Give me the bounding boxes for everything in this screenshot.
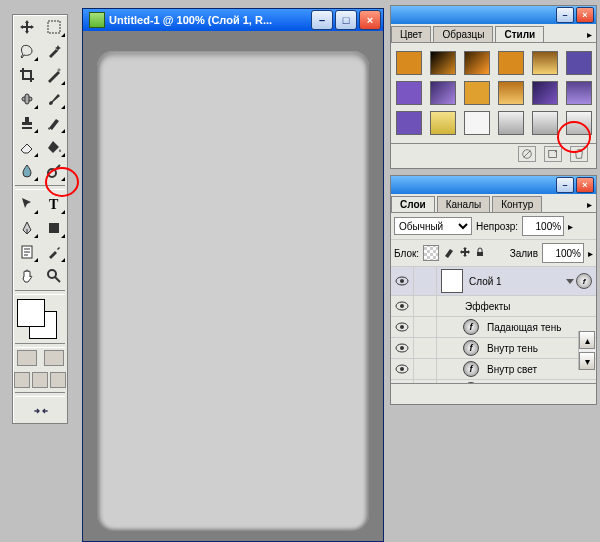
close-button[interactable]: × xyxy=(359,10,381,30)
slice-tool[interactable] xyxy=(40,63,67,87)
no-style-icon[interactable] xyxy=(518,146,536,162)
style-swatch[interactable] xyxy=(430,51,456,75)
style-swatch[interactable] xyxy=(396,51,422,75)
standard-mode-icon[interactable] xyxy=(17,350,37,366)
scroll-down-icon[interactable]: ▾ xyxy=(579,352,595,370)
foreground-color[interactable] xyxy=(17,299,45,327)
titlebar[interactable]: Untitled-1 @ 100% (Слой 1, R... – □ × xyxy=(83,9,383,31)
dodge-tool[interactable] xyxy=(40,159,67,183)
marquee-tool[interactable] xyxy=(40,15,67,39)
wand-tool[interactable] xyxy=(40,39,67,63)
panel-minimize-button[interactable]: – xyxy=(556,7,574,23)
style-swatch[interactable] xyxy=(464,51,490,75)
panel-menu-icon[interactable]: ▸ xyxy=(583,197,596,212)
new-group-icon[interactable] xyxy=(524,387,542,401)
shape-tool[interactable] xyxy=(40,216,67,240)
effect-row[interactable]: fВнутр свет xyxy=(391,359,596,380)
lock-all-icon[interactable] xyxy=(475,247,485,259)
style-swatch[interactable] xyxy=(464,81,490,105)
screen-mode-2-icon[interactable] xyxy=(32,372,48,388)
lock-position-icon[interactable] xyxy=(459,246,471,260)
opacity-input[interactable] xyxy=(522,216,564,236)
quickmask-mode-icon[interactable] xyxy=(44,350,64,366)
scrollbar[interactable]: ▴ ▾ xyxy=(578,331,595,370)
opacity-slider-icon[interactable]: ▸ xyxy=(568,221,573,232)
eraser-tool[interactable] xyxy=(13,135,40,159)
tab-swatches[interactable]: Образцы xyxy=(433,26,493,42)
style-swatch[interactable] xyxy=(464,111,490,135)
canvas-artwork[interactable] xyxy=(97,51,369,531)
effect-row[interactable]: fПадающая тень xyxy=(391,317,596,338)
fill-slider-icon[interactable]: ▸ xyxy=(588,248,593,259)
brush-tool[interactable] xyxy=(40,87,67,111)
style-swatch[interactable] xyxy=(532,81,558,105)
screen-mode-1-icon[interactable] xyxy=(14,372,30,388)
bucket-tool[interactable] xyxy=(40,135,67,159)
stamp-tool[interactable] xyxy=(13,111,40,135)
zoom-tool[interactable] xyxy=(40,264,67,288)
color-swatches[interactable] xyxy=(15,297,65,341)
style-swatch[interactable] xyxy=(566,81,592,105)
panel-menu-icon[interactable]: ▸ xyxy=(583,27,596,42)
fill-input[interactable] xyxy=(542,243,584,263)
style-swatch[interactable] xyxy=(396,111,422,135)
blur-tool[interactable] xyxy=(13,159,40,183)
panel-close-button[interactable]: × xyxy=(576,7,594,23)
style-swatch[interactable] xyxy=(498,51,524,75)
style-swatch[interactable] xyxy=(430,111,456,135)
history-brush-tool[interactable] xyxy=(40,111,67,135)
screen-mode-3-icon[interactable] xyxy=(50,372,66,388)
lasso-tool[interactable] xyxy=(13,39,40,63)
maximize-button[interactable]: □ xyxy=(335,10,357,30)
lock-pixels-icon[interactable] xyxy=(443,246,455,260)
tab-layers[interactable]: Слои xyxy=(391,196,435,212)
add-mask-icon[interactable] xyxy=(500,387,518,401)
panel-close-button[interactable]: × xyxy=(576,177,594,193)
new-layer-icon[interactable] xyxy=(548,387,566,401)
link-layers-icon[interactable] xyxy=(452,387,470,401)
layer-thumbnail[interactable] xyxy=(441,269,463,293)
pen-tool[interactable] xyxy=(13,216,40,240)
style-swatch[interactable] xyxy=(566,111,592,135)
link-cell[interactable] xyxy=(414,267,437,295)
notes-tool[interactable] xyxy=(13,240,40,264)
delete-layer-icon[interactable] xyxy=(572,387,590,401)
add-style-icon[interactable] xyxy=(476,387,494,401)
delete-style-icon[interactable] xyxy=(570,146,588,162)
move-tool[interactable] xyxy=(13,15,40,39)
scroll-up-icon[interactable]: ▴ xyxy=(579,331,595,349)
effect-row[interactable]: fВнутр тень xyxy=(391,338,596,359)
style-swatch[interactable] xyxy=(566,51,592,75)
eyedropper-tool[interactable] xyxy=(40,240,67,264)
panel-header[interactable]: – × xyxy=(391,176,596,194)
hand-tool[interactable] xyxy=(13,264,40,288)
minimize-button[interactable]: – xyxy=(311,10,333,30)
effects-header-row[interactable]: Эффекты xyxy=(391,296,596,317)
visibility-toggle[interactable] xyxy=(391,296,414,316)
lock-transparency-icon[interactable] xyxy=(423,245,439,261)
visibility-toggle[interactable] xyxy=(391,338,414,358)
tab-channels[interactable]: Каналы xyxy=(437,196,491,212)
effects-collapse-icon[interactable] xyxy=(566,279,574,284)
path-select-tool[interactable] xyxy=(13,192,40,216)
style-swatch[interactable] xyxy=(498,81,524,105)
style-swatch[interactable] xyxy=(430,81,456,105)
tab-styles[interactable]: Стили xyxy=(495,26,544,42)
layer-row[interactable]: Слой 1 f xyxy=(391,267,596,296)
panel-header[interactable]: – × xyxy=(391,6,596,24)
visibility-toggle[interactable] xyxy=(391,317,414,337)
tab-color[interactable]: Цвет xyxy=(391,26,431,42)
heal-tool[interactable] xyxy=(13,87,40,111)
tab-paths[interactable]: Контур xyxy=(492,196,542,212)
fx-badge-icon[interactable]: f xyxy=(576,273,592,289)
style-swatch[interactable] xyxy=(532,111,558,135)
visibility-toggle[interactable] xyxy=(391,359,414,379)
style-swatch[interactable] xyxy=(498,111,524,135)
panel-minimize-button[interactable]: – xyxy=(556,177,574,193)
jump-to-imageready-icon[interactable] xyxy=(13,399,69,423)
crop-tool[interactable] xyxy=(13,63,40,87)
style-swatch[interactable] xyxy=(396,81,422,105)
blend-mode-select[interactable]: Обычный xyxy=(394,217,472,235)
style-swatch[interactable] xyxy=(532,51,558,75)
type-tool[interactable]: T xyxy=(40,192,67,216)
